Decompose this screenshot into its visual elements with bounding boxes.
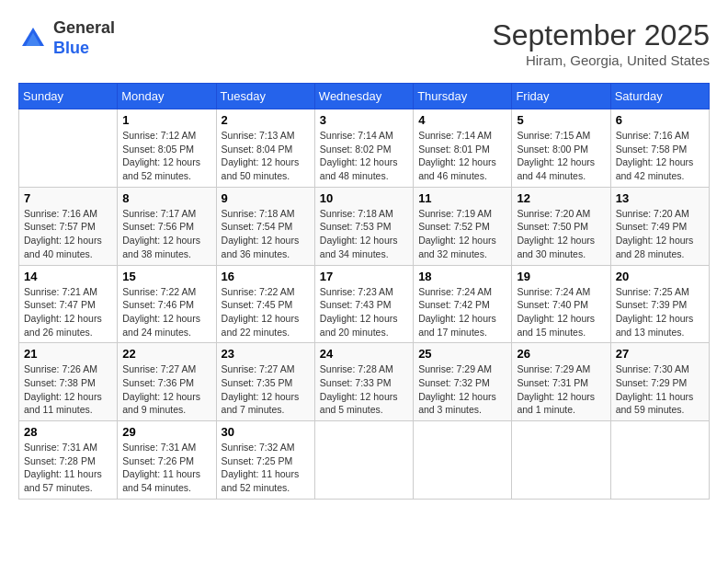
weekday-header: Friday — [512, 84, 610, 109]
calendar-cell — [19, 109, 118, 188]
calendar-cell: 5Sunrise: 7:15 AM Sunset: 8:00 PM Daylig… — [512, 109, 610, 188]
page-header: General Blue September 2025 Hiram, Georg… — [18, 18, 710, 68]
day-info: Sunrise: 7:27 AM Sunset: 7:35 PM Dayligh… — [222, 362, 310, 417]
weekday-header: Tuesday — [216, 84, 314, 109]
day-number: 7 — [24, 191, 112, 205]
day-number: 22 — [122, 347, 210, 361]
day-info: Sunrise: 7:23 AM Sunset: 7:43 PM Dayligh… — [320, 285, 408, 339]
calendar-cell: 7Sunrise: 7:16 AM Sunset: 7:57 PM Daylig… — [19, 187, 118, 265]
day-info: Sunrise: 7:30 AM Sunset: 7:29 PM Dayligh… — [616, 362, 704, 417]
day-number: 14 — [24, 270, 112, 283]
day-number: 24 — [320, 347, 408, 361]
calendar-cell: 29Sunrise: 7:31 AM Sunset: 7:26 PM Dayli… — [118, 421, 216, 500]
calendar-table: SundayMondayTuesdayWednesdayThursdayFrid… — [18, 83, 710, 500]
day-number: 6 — [616, 113, 704, 127]
day-number: 4 — [418, 113, 506, 127]
day-info: Sunrise: 7:27 AM Sunset: 7:36 PM Dayligh… — [122, 362, 210, 417]
day-info: Sunrise: 7:18 AM Sunset: 7:54 PM Dayligh… — [222, 207, 310, 261]
day-number: 27 — [616, 347, 704, 361]
day-info: Sunrise: 7:18 AM Sunset: 7:53 PM Dayligh… — [320, 207, 408, 261]
calendar-cell: 20Sunrise: 7:25 AM Sunset: 7:39 PM Dayli… — [610, 265, 709, 343]
day-info: Sunrise: 7:25 AM Sunset: 7:39 PM Dayligh… — [616, 285, 704, 339]
calendar-cell: 2Sunrise: 7:13 AM Sunset: 8:04 PM Daylig… — [216, 109, 314, 188]
calendar-week-row: 21Sunrise: 7:26 AM Sunset: 7:38 PM Dayli… — [19, 343, 710, 421]
calendar-cell: 13Sunrise: 7:20 AM Sunset: 7:49 PM Dayli… — [610, 187, 709, 265]
calendar-cell: 15Sunrise: 7:22 AM Sunset: 7:46 PM Dayli… — [118, 265, 216, 343]
calendar-cell: 18Sunrise: 7:24 AM Sunset: 7:42 PM Dayli… — [414, 265, 512, 343]
day-info: Sunrise: 7:16 AM Sunset: 7:58 PM Dayligh… — [616, 129, 704, 183]
logo-line1: General — [53, 18, 115, 39]
logo-text: General Blue — [53, 18, 115, 58]
day-number: 30 — [222, 425, 310, 439]
weekday-header: Saturday — [610, 84, 709, 109]
calendar-cell: 3Sunrise: 7:14 AM Sunset: 8:02 PM Daylig… — [314, 109, 413, 188]
logo-icon — [18, 24, 48, 53]
day-number: 12 — [517, 191, 605, 205]
day-info: Sunrise: 7:24 AM Sunset: 7:42 PM Dayligh… — [418, 285, 506, 339]
day-info: Sunrise: 7:31 AM Sunset: 7:26 PM Dayligh… — [122, 441, 210, 495]
day-info: Sunrise: 7:28 AM Sunset: 7:33 PM Dayligh… — [320, 362, 408, 417]
day-number: 9 — [222, 191, 310, 205]
calendar-cell: 24Sunrise: 7:28 AM Sunset: 7:33 PM Dayli… — [314, 343, 413, 421]
calendar-week-row: 1Sunrise: 7:12 AM Sunset: 8:05 PM Daylig… — [19, 109, 710, 188]
day-number: 2 — [222, 113, 310, 127]
calendar-week-row: 14Sunrise: 7:21 AM Sunset: 7:47 PM Dayli… — [19, 265, 710, 343]
calendar-cell: 14Sunrise: 7:21 AM Sunset: 7:47 PM Dayli… — [19, 265, 118, 343]
calendar-cell: 6Sunrise: 7:16 AM Sunset: 7:58 PM Daylig… — [610, 109, 709, 188]
day-info: Sunrise: 7:15 AM Sunset: 8:00 PM Dayligh… — [517, 129, 605, 183]
weekday-header: Sunday — [19, 84, 118, 109]
day-info: Sunrise: 7:13 AM Sunset: 8:04 PM Dayligh… — [222, 129, 310, 183]
day-info: Sunrise: 7:14 AM Sunset: 8:01 PM Dayligh… — [418, 129, 506, 183]
day-number: 16 — [222, 270, 310, 283]
calendar-cell: 19Sunrise: 7:24 AM Sunset: 7:40 PM Dayli… — [512, 265, 610, 343]
day-info: Sunrise: 7:17 AM Sunset: 7:56 PM Dayligh… — [122, 207, 210, 261]
day-info: Sunrise: 7:20 AM Sunset: 7:50 PM Dayligh… — [517, 207, 605, 261]
day-info: Sunrise: 7:32 AM Sunset: 7:25 PM Dayligh… — [222, 441, 310, 495]
day-number: 8 — [122, 191, 210, 205]
location: Hiram, Georgia, United States — [492, 52, 710, 68]
day-info: Sunrise: 7:22 AM Sunset: 7:45 PM Dayligh… — [222, 285, 310, 339]
day-number: 23 — [222, 347, 310, 361]
day-info: Sunrise: 7:24 AM Sunset: 7:40 PM Dayligh… — [517, 285, 605, 339]
day-info: Sunrise: 7:26 AM Sunset: 7:38 PM Dayligh… — [24, 362, 112, 417]
logo: General Blue — [18, 18, 115, 58]
calendar-cell: 26Sunrise: 7:29 AM Sunset: 7:31 PM Dayli… — [512, 343, 610, 421]
day-number: 18 — [418, 270, 506, 283]
weekday-header: Wednesday — [314, 84, 413, 109]
calendar-cell: 12Sunrise: 7:20 AM Sunset: 7:50 PM Dayli… — [512, 187, 610, 265]
weekday-header: Thursday — [414, 84, 512, 109]
calendar-cell: 4Sunrise: 7:14 AM Sunset: 8:01 PM Daylig… — [414, 109, 512, 188]
header-row: SundayMondayTuesdayWednesdayThursdayFrid… — [19, 84, 710, 109]
day-info: Sunrise: 7:31 AM Sunset: 7:28 PM Dayligh… — [24, 441, 112, 495]
calendar-cell: 11Sunrise: 7:19 AM Sunset: 7:52 PM Dayli… — [414, 187, 512, 265]
calendar-cell: 16Sunrise: 7:22 AM Sunset: 7:45 PM Dayli… — [216, 265, 314, 343]
calendar-cell — [610, 421, 709, 500]
day-number: 10 — [320, 191, 408, 205]
day-number: 29 — [122, 425, 210, 439]
day-number: 11 — [418, 191, 506, 205]
calendar-cell: 21Sunrise: 7:26 AM Sunset: 7:38 PM Dayli… — [19, 343, 118, 421]
calendar-cell: 9Sunrise: 7:18 AM Sunset: 7:54 PM Daylig… — [216, 187, 314, 265]
day-info: Sunrise: 7:20 AM Sunset: 7:49 PM Dayligh… — [616, 207, 704, 261]
day-number: 15 — [122, 270, 210, 283]
day-number: 1 — [122, 113, 210, 127]
day-number: 25 — [418, 347, 506, 361]
calendar-cell — [512, 421, 610, 500]
calendar-cell: 10Sunrise: 7:18 AM Sunset: 7:53 PM Dayli… — [314, 187, 413, 265]
month-title: September 2025 — [492, 18, 710, 52]
day-number: 21 — [24, 347, 112, 361]
calendar-week-row: 28Sunrise: 7:31 AM Sunset: 7:28 PM Dayli… — [19, 421, 710, 500]
day-number: 3 — [320, 113, 408, 127]
calendar-cell: 1Sunrise: 7:12 AM Sunset: 8:05 PM Daylig… — [118, 109, 216, 188]
day-number: 13 — [616, 191, 704, 205]
calendar-week-row: 7Sunrise: 7:16 AM Sunset: 7:57 PM Daylig… — [19, 187, 710, 265]
calendar-cell: 22Sunrise: 7:27 AM Sunset: 7:36 PM Dayli… — [118, 343, 216, 421]
title-block: September 2025 Hiram, Georgia, United St… — [492, 18, 710, 68]
day-info: Sunrise: 7:29 AM Sunset: 7:31 PM Dayligh… — [517, 362, 605, 417]
day-number: 26 — [517, 347, 605, 361]
calendar-cell: 23Sunrise: 7:27 AM Sunset: 7:35 PM Dayli… — [216, 343, 314, 421]
day-number: 20 — [616, 270, 704, 283]
calendar-cell: 30Sunrise: 7:32 AM Sunset: 7:25 PM Dayli… — [216, 421, 314, 500]
calendar-cell: 25Sunrise: 7:29 AM Sunset: 7:32 PM Dayli… — [414, 343, 512, 421]
day-number: 28 — [24, 425, 112, 439]
